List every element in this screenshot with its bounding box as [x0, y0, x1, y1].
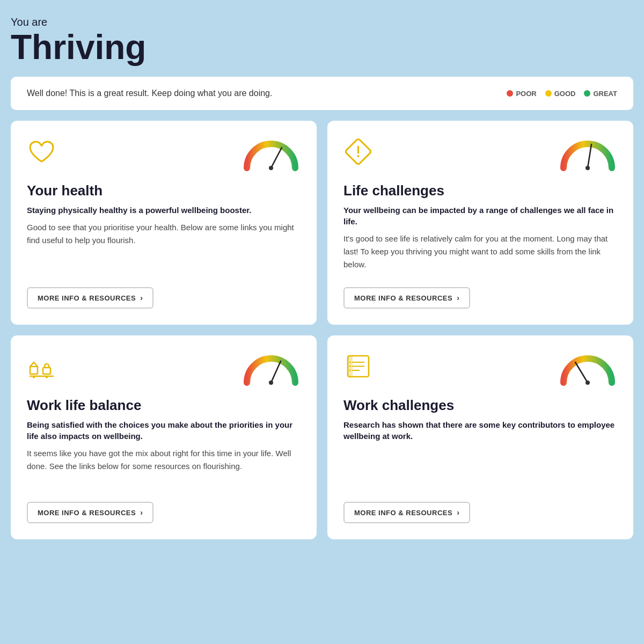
chevron-right-icon-4: › — [457, 508, 459, 517]
card-health-title: Your health — [27, 182, 301, 199]
more-info-balance-label: MORE INFO & RESOURCES — [38, 509, 136, 517]
more-info-balance-button[interactable]: MORE INFO & RESOURCES › — [27, 502, 153, 523]
svg-line-22 — [575, 362, 588, 383]
more-info-work-challenges-label: MORE INFO & RESOURCES — [354, 509, 452, 517]
svg-line-5 — [588, 144, 591, 168]
svg-point-10 — [33, 376, 35, 378]
card-balance-body: It seems like you have got the mix about… — [27, 447, 301, 489]
poor-label: POOR — [516, 90, 536, 98]
card-work-challenges-title: Work challenges — [343, 397, 617, 414]
good-label: GOOD — [554, 90, 576, 98]
card-challenges-title: Life challenges — [343, 182, 617, 199]
svg-point-23 — [586, 380, 590, 385]
svg-rect-7 — [30, 367, 38, 374]
status-title: Thriving — [11, 28, 633, 66]
you-are-label: You are — [11, 16, 633, 28]
card-health-body: Good to see that you prioritise your hea… — [27, 221, 301, 274]
card-challenges-body: It's good to see life is relatively calm… — [343, 232, 617, 274]
card-work-challenges-body — [343, 447, 617, 489]
card-top — [27, 137, 301, 172]
svg-line-0 — [271, 148, 282, 168]
card-your-health: Your health Staying physically healthy i… — [11, 121, 317, 325]
svg-point-1 — [269, 166, 273, 170]
card-top-4 — [343, 352, 617, 386]
warning-diamond-icon — [343, 137, 373, 166]
card-health-subtitle: Staying physically healthy is a powerful… — [27, 204, 301, 216]
chevron-right-icon-2: › — [457, 294, 459, 302]
card-work-challenges: Work challenges Research has shown that … — [327, 335, 633, 539]
card-balance-title: Work life balance — [27, 397, 301, 414]
great-label: GREAT — [593, 90, 617, 98]
gauge-health — [241, 137, 301, 172]
more-info-challenges-button[interactable]: MORE INFO & RESOURCES › — [343, 287, 470, 309]
legend-poor: POOR — [507, 90, 536, 98]
card-work-life-balance: Work life balance Being satisfied with t… — [11, 335, 317, 539]
header: You are Thriving — [11, 11, 633, 77]
svg-point-11 — [46, 376, 48, 378]
card-top-2 — [343, 137, 617, 172]
great-dot — [584, 90, 590, 97]
gauge-life-challenges — [558, 137, 617, 172]
card-life-challenges: Life challenges Your wellbeing can be im… — [327, 121, 633, 325]
more-info-health-label: MORE INFO & RESOURCES — [38, 294, 136, 302]
cards-grid: Your health Staying physically healthy i… — [11, 121, 633, 539]
svg-line-12 — [271, 361, 281, 383]
good-dot — [545, 90, 552, 97]
legend-great: GREAT — [584, 90, 617, 98]
svg-rect-8 — [43, 368, 50, 374]
card-work-challenges-subtitle: Research has shown that there are some k… — [343, 419, 617, 442]
card-top-3 — [27, 352, 301, 386]
balance-icon — [27, 352, 56, 381]
chevron-right-icon: › — [140, 294, 143, 302]
svg-point-6 — [586, 166, 590, 170]
legend-good: GOOD — [545, 90, 576, 98]
checklist-icon — [343, 352, 373, 381]
more-info-challenges-label: MORE INFO & RESOURCES — [354, 294, 452, 302]
summary-bar: Well done! This is a great result. Keep … — [11, 77, 633, 110]
more-info-work-challenges-button[interactable]: MORE INFO & RESOURCES › — [343, 502, 470, 523]
poor-dot — [507, 90, 513, 97]
more-info-health-button[interactable]: MORE INFO & RESOURCES › — [27, 287, 153, 309]
card-balance-subtitle: Being satisfied with the choices you mak… — [27, 419, 301, 442]
heart-icon — [27, 137, 56, 166]
card-challenges-subtitle: Your wellbeing can be impacted by a rang… — [343, 204, 617, 227]
legend: POOR GOOD GREAT — [507, 90, 617, 98]
svg-point-4 — [357, 155, 360, 157]
svg-point-13 — [269, 380, 273, 385]
gauge-work-challenges — [558, 352, 617, 386]
summary-text: Well done! This is a great result. Keep … — [27, 89, 272, 98]
chevron-right-icon-3: › — [140, 508, 143, 517]
gauge-work-life — [241, 352, 301, 386]
